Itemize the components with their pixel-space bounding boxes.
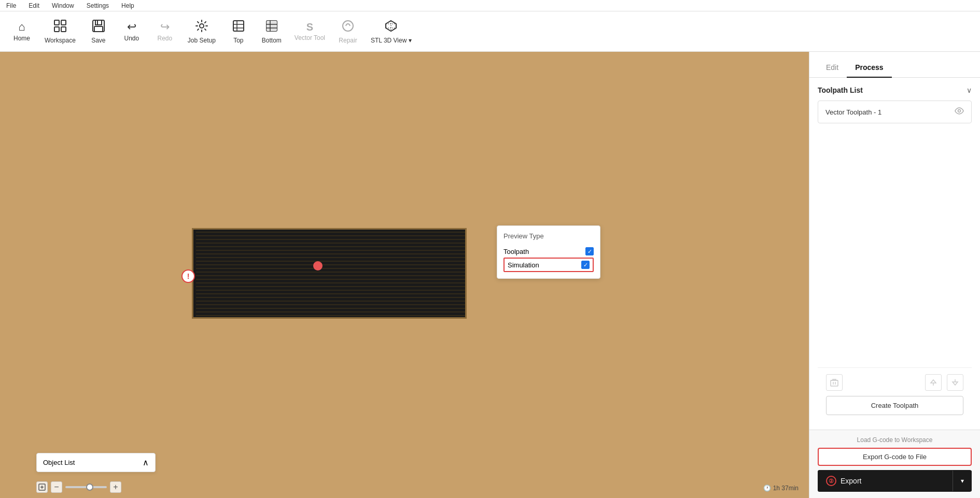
svg-rect-0 bbox=[54, 20, 59, 25]
zoom-thumb bbox=[86, 483, 93, 491]
stl-3d-view-icon bbox=[384, 19, 398, 35]
delete-toolpath-button bbox=[826, 374, 843, 391]
export-button[interactable]: ② Export bbox=[818, 470, 953, 492]
svg-rect-11 bbox=[267, 21, 277, 31]
zoom-out-button[interactable]: − bbox=[51, 481, 62, 493]
zoom-slider[interactable] bbox=[65, 486, 107, 488]
toolbar-undo[interactable]: ↩ Undo bbox=[116, 18, 147, 45]
svg-rect-1 bbox=[61, 20, 66, 25]
toolpath-icon-buttons bbox=[826, 374, 963, 391]
warning-icon: ! bbox=[181, 269, 195, 283]
export-row: ② Export ▾ bbox=[818, 470, 972, 492]
toolbar-redo-label: Redo bbox=[157, 35, 172, 42]
workpiece: // Lines will be drawn via JS below bbox=[192, 228, 467, 319]
export-button-label: Export bbox=[841, 477, 861, 485]
preview-type-popup: Preview Type Toolpath ✓ Simulation ✓ bbox=[497, 225, 600, 279]
menu-file[interactable]: File bbox=[4, 1, 18, 10]
undo-icon: ↩ bbox=[127, 21, 136, 33]
save-icon bbox=[92, 19, 105, 35]
bottom-panel: Load G-code to Workspace Export G-code t… bbox=[809, 430, 980, 498]
toolpath-checkbox[interactable]: ✓ bbox=[585, 247, 594, 255]
export-warning-icon: ② bbox=[826, 476, 836, 486]
toolbar-workspace[interactable]: Workspace bbox=[39, 16, 81, 47]
panel-tabs: Edit Process bbox=[809, 52, 980, 78]
svg-rect-39 bbox=[831, 380, 838, 386]
toolbar-home[interactable]: ⌂ Home bbox=[6, 18, 37, 45]
zoom-controls: − + bbox=[36, 481, 121, 493]
object-list-header: Object List ∧ bbox=[37, 453, 155, 472]
toolbar-job-setup[interactable]: Job Setup bbox=[183, 16, 221, 47]
top-icon bbox=[232, 19, 245, 35]
job-setup-icon bbox=[195, 19, 208, 35]
object-list-title: Object List bbox=[43, 459, 75, 466]
toolbar-stl-3d-view[interactable]: STL 3D View ▾ bbox=[366, 16, 417, 47]
svg-rect-5 bbox=[95, 20, 102, 25]
simulation-label: Simulation bbox=[508, 261, 539, 269]
svg-point-38 bbox=[958, 110, 961, 112]
menu-settings[interactable]: Settings bbox=[85, 1, 111, 10]
toolbar-bottom-label: Bottom bbox=[262, 37, 282, 44]
repair-icon bbox=[341, 19, 355, 35]
toolbar-save-label: Save bbox=[91, 37, 105, 44]
svg-rect-6 bbox=[94, 26, 103, 32]
tab-process[interactable]: Process bbox=[847, 58, 891, 78]
export-dropdown-button[interactable]: ▾ bbox=[953, 471, 972, 491]
toolbar-top-label: Top bbox=[233, 37, 243, 44]
svg-point-8 bbox=[200, 24, 204, 28]
toolbar-undo-label: Undo bbox=[124, 35, 139, 42]
toolbar-top[interactable]: Top bbox=[223, 16, 254, 47]
menu-window[interactable]: Window bbox=[50, 1, 76, 10]
menu-bar: File Edit Window Settings Help bbox=[0, 0, 980, 11]
toolbar-repair-label: Repair bbox=[339, 37, 357, 44]
eye-icon[interactable] bbox=[955, 107, 964, 117]
toolpath-actions: Create Toolpath bbox=[818, 367, 972, 421]
toolpath-item[interactable]: Vector Toolpath - 1 bbox=[818, 101, 972, 123]
toolpath-label: Toolpath bbox=[503, 248, 529, 255]
toolbar-redo: ↪ Redo bbox=[149, 18, 180, 45]
canvas-area[interactable]: // Lines will be drawn via JS below ! Pr… bbox=[0, 52, 809, 498]
time-value: 1h 37min bbox=[773, 485, 799, 492]
svg-rect-9 bbox=[233, 21, 244, 31]
export-gcode-button[interactable]: Export G-code to File bbox=[818, 448, 972, 466]
preview-type-title: Preview Type bbox=[503, 232, 594, 240]
toolpath-list-header: Toolpath List ∨ bbox=[818, 86, 972, 94]
toolbar-vector-tool-label: Vector Tool bbox=[295, 34, 325, 41]
fit-to-screen-button[interactable] bbox=[36, 481, 48, 493]
toolpath-list-collapse[interactable]: ∨ bbox=[967, 86, 972, 94]
move-up-button bbox=[925, 374, 942, 391]
toolbar-stl-3d-view-label: STL 3D View ▾ bbox=[371, 37, 412, 44]
svg-point-12 bbox=[343, 21, 353, 31]
bottom-icon bbox=[265, 19, 278, 35]
home-icon: ⌂ bbox=[18, 21, 25, 33]
simulation-row[interactable]: Simulation ✓ bbox=[503, 258, 594, 272]
menu-edit[interactable]: Edit bbox=[26, 1, 41, 10]
main-layout: // Lines will be drawn via JS below ! Pr… bbox=[0, 52, 980, 498]
toolbar-job-setup-label: Job Setup bbox=[188, 37, 216, 44]
right-panel: Edit Process Toolpath List ∨ Vector Tool… bbox=[809, 52, 980, 498]
toolpath-visualization: // Lines will be drawn via JS below bbox=[193, 230, 467, 319]
create-toolpath-button[interactable]: Create Toolpath bbox=[826, 396, 963, 415]
svg-rect-2 bbox=[54, 27, 59, 32]
zoom-in-button[interactable]: + bbox=[110, 481, 121, 493]
move-down-button bbox=[947, 374, 963, 391]
object-list-collapse-icon[interactable]: ∧ bbox=[143, 458, 149, 467]
toolbar-repair: Repair bbox=[332, 16, 363, 47]
toolbar-save[interactable]: Save bbox=[83, 16, 114, 47]
toolbar-home-label: Home bbox=[13, 35, 30, 42]
menu-help[interactable]: Help bbox=[119, 1, 136, 10]
toolpath-section: Toolpath List ∨ Vector Toolpath - 1 bbox=[809, 78, 980, 430]
object-list-panel: Object List ∧ bbox=[36, 453, 156, 472]
toolbar-bottom[interactable]: Bottom bbox=[256, 16, 287, 47]
tab-edit[interactable]: Edit bbox=[818, 58, 847, 78]
clock-icon: 🕐 bbox=[763, 485, 771, 492]
toolpath-item-label: Vector Toolpath - 1 bbox=[825, 108, 881, 116]
simulation-checkbox[interactable]: ✓ bbox=[581, 261, 590, 269]
toolbar-workspace-label: Workspace bbox=[45, 37, 76, 44]
toolbar-vector-tool: S Vector Tool bbox=[289, 19, 330, 45]
redo-icon: ↪ bbox=[160, 21, 170, 33]
toolbar: ⌂ Home Workspace Save ↩ Undo ↪ bbox=[0, 11, 980, 52]
time-indicator: 🕐 1h 37min bbox=[763, 485, 799, 492]
load-gcode-text: Load G-code to Workspace bbox=[818, 436, 972, 444]
toolpath-cursor bbox=[313, 261, 323, 271]
toolpath-row[interactable]: Toolpath ✓ bbox=[503, 245, 594, 258]
